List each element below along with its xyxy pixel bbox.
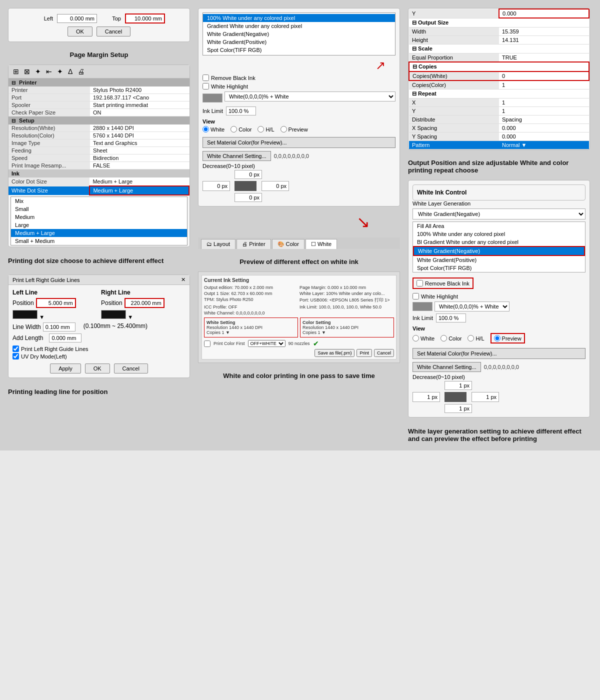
guide-close-icon[interactable]: ✕	[181, 276, 186, 283]
toolbar-icon-4[interactable]: ⇤	[44, 67, 54, 76]
left-position-input[interactable]	[36, 298, 76, 308]
x-spacing-value: 0.000	[499, 124, 589, 132]
remove-black-checkbox[interactable]	[202, 74, 209, 81]
tab-color[interactable]: 🎨 Color	[272, 239, 304, 249]
wic-spot-color[interactable]: Spot Color(TIFF RGB)	[413, 264, 585, 272]
white-highlight-row[interactable]: White Highlight	[202, 83, 396, 90]
wic-white-highlight-checkbox[interactable]	[412, 293, 419, 300]
toolbar-icon-5[interactable]: ✦	[56, 67, 64, 76]
toolbar-icon-3[interactable]: ✦	[34, 67, 42, 76]
list-item-wg-neg[interactable]: White Gradient(Negative)	[203, 30, 395, 38]
wic-px-top[interactable]	[444, 381, 472, 390]
guide-ok-button[interactable]: OK	[85, 364, 110, 374]
white-layer-listbox[interactable]: 100% White under any colored pixel Gradi…	[202, 12, 396, 56]
save-as-button[interactable]: Save as file(.prn)	[314, 349, 354, 357]
save-print-buttons: Save as file(.prn) Print Cancel	[204, 349, 394, 357]
set-material-button[interactable]: Set Material Color(for Preview)...	[202, 137, 396, 148]
wic-white-value-select[interactable]: White(0,0,0,0)% + White	[434, 302, 510, 312]
remove-black-ink-row[interactable]: Remove Black Ink	[202, 74, 396, 81]
decrease-label: Decrease(0~10 pixel)	[202, 163, 396, 169]
view-color[interactable]: Color	[230, 126, 252, 132]
toolbar-icon-7[interactable]: 🖨	[76, 67, 86, 76]
list-item-wg-pos[interactable]: White Gradient(Positive)	[203, 38, 395, 46]
tab-layout[interactable]: 🗂 Layout	[201, 239, 236, 249]
toolbar-icon-1[interactable]: ⊞	[12, 67, 20, 76]
cancel-button[interactable]: Cancel	[96, 26, 130, 36]
apply-button[interactable]: Apply	[50, 364, 81, 374]
view-white[interactable]: White	[202, 126, 224, 132]
preview-caption: Preview of different effect on white ink	[198, 258, 400, 266]
printer-toolbar: ⊞ ⊠ ✦ ⇤ ✦ Δ 🖨	[8, 65, 190, 78]
print-color-first-check[interactable]	[204, 340, 210, 347]
list-item-spot[interactable]: Spot Color(TIFF RGB)	[203, 46, 395, 54]
wic-px-left[interactable]	[412, 392, 440, 402]
wic-view-white[interactable]: White	[412, 333, 434, 344]
wic-remove-black-row[interactable]: Remove Black Ink	[412, 278, 474, 289]
wic-set-material-button[interactable]: Set Material Color(for Preview)...	[412, 348, 586, 359]
wic-view-white-label: White	[420, 336, 434, 342]
checkbox-uv-input[interactable]	[12, 353, 19, 360]
wic-100pct[interactable]: 100% White under any colored pixel	[413, 230, 585, 238]
right-position-input[interactable]	[124, 298, 164, 308]
top-input[interactable]	[125, 14, 165, 24]
view-preview[interactable]: Preview	[280, 126, 308, 132]
wic-remove-black-checkbox[interactable]	[416, 280, 423, 286]
tab-white[interactable]: ☐ White	[306, 239, 337, 249]
left-swatch-dropdown[interactable]: ▼	[39, 314, 44, 320]
wic-generation-select[interactable]: White Gradient(Negative)	[412, 208, 586, 220]
ok-button[interactable]: OK	[68, 26, 92, 36]
check-paper-key: Check Paper Size	[8, 109, 90, 116]
tab-printer[interactable]: 🖨 Printer	[236, 239, 270, 249]
wic-gradient-any[interactable]: Bl Gradient White under any colored pixe…	[413, 238, 585, 246]
wic-channel-button[interactable]: White Channel Setting...	[412, 362, 481, 372]
checkbox-uv-dry[interactable]: UV Dry Mode(Left)	[12, 353, 186, 360]
dot-size-dropdown[interactable]: Mix Small Medium Large Medium + Large Sm…	[10, 196, 188, 246]
wic-px-right[interactable]	[472, 392, 499, 402]
px-right-input[interactable]	[262, 181, 289, 191]
toolbar-icon-6[interactable]: Δ	[66, 67, 74, 76]
list-item-100pct[interactable]: 100% White under any colored pixel	[203, 14, 395, 22]
right-swatch-dropdown[interactable]: ▼	[128, 314, 133, 320]
px-top-input[interactable]	[234, 170, 262, 179]
guide-title-bar: Print Left Right Guide Lines ✕	[8, 275, 190, 285]
dropdown-medium[interactable]: Medium	[11, 213, 187, 221]
px-left-input[interactable]	[202, 181, 230, 191]
wic-subtitle: White Layer Generation	[412, 200, 586, 206]
print-button[interactable]: Print	[356, 349, 372, 357]
white-highlight-checkbox[interactable]	[202, 83, 209, 90]
speed-key: Speed	[8, 154, 90, 162]
wic-view-hl[interactable]: H/L	[468, 333, 484, 344]
list-item-gradient[interactable]: Gradient White under any colored pixel	[203, 22, 395, 30]
checkbox-guide-lines[interactable]: Print Left Right Guide Lines	[12, 346, 186, 352]
wic-white-highlight-row[interactable]: White Highlight	[412, 293, 586, 300]
view-hl[interactable]: H/L	[258, 126, 274, 132]
dropdown-mix[interactable]: Mix	[11, 197, 187, 205]
print-controls-row: Print Color First OFF+WHITE 90 nozzles ✔	[204, 340, 394, 348]
wic-ink-limit-input[interactable]	[436, 314, 466, 322]
preview-cancel-button[interactable]: Cancel	[374, 349, 394, 357]
wic-view-preview[interactable]: Preview	[490, 333, 525, 344]
dropdown-small[interactable]: Small	[11, 205, 187, 213]
dropdown-small-medium[interactable]: Small + Medium	[11, 237, 187, 245]
center-swatch	[234, 181, 256, 191]
wic-fill-all[interactable]: Fill All Area	[413, 222, 585, 230]
wic-gradient-neg[interactable]: White Gradient(Negative)	[413, 246, 585, 256]
white-value-select[interactable]: White(0,0,0,0)% + White	[224, 92, 396, 102]
wic-view-color[interactable]: Color	[440, 333, 462, 344]
wic-generation-list[interactable]: Fill All Area 100% White under any color…	[412, 222, 586, 272]
dropdown-large[interactable]: Large	[11, 221, 187, 229]
wic-px-bottom[interactable]	[444, 404, 472, 413]
dropdown-medium-large[interactable]: Medium + Large	[11, 229, 187, 237]
guide-cancel-button[interactable]: Cancel	[114, 364, 148, 374]
add-length-input[interactable]	[49, 334, 82, 342]
wic-gradient-pos[interactable]: White Gradient(Positive)	[413, 256, 585, 264]
toolbar-icon-2[interactable]: ⊠	[22, 67, 32, 76]
px-bottom-input[interactable]	[234, 193, 262, 202]
line-width-input[interactable]	[43, 322, 76, 332]
wic-remove-black-label: Remove Black Ink	[425, 280, 470, 286]
off-white-select[interactable]: OFF+WHITE	[248, 340, 286, 347]
white-channel-button[interactable]: White Channel Setting...	[202, 151, 271, 161]
left-input[interactable]	[57, 14, 97, 23]
ink-limit-input[interactable]	[226, 106, 256, 116]
checkbox-guide-input[interactable]	[12, 346, 19, 352]
